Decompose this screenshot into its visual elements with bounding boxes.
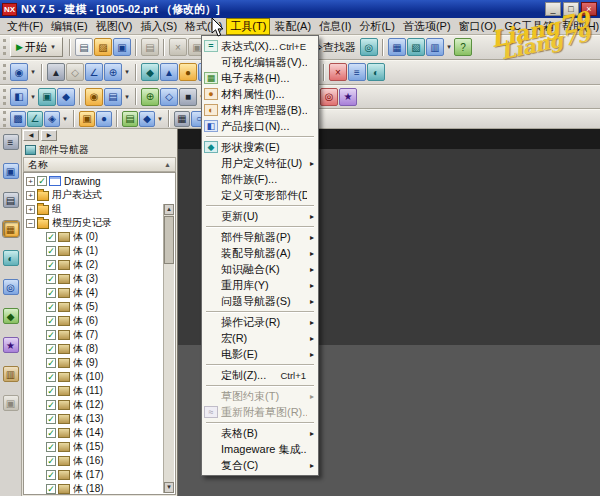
tree-item-16[interactable]: ✓体 (12) [26,398,163,412]
expand-icon[interactable]: + [26,205,35,214]
expand-icon[interactable]: + [26,191,35,200]
scrollbar-thumb[interactable] [164,216,174,264]
snap-point-icon[interactable]: ◉ [10,63,28,81]
visibility-checkbox[interactable]: ✓ [46,260,56,270]
tools-menu-item-14[interactable]: 部件导航器(P)▸ [203,229,317,245]
tree-item-1[interactable]: +用户表达式 [26,188,163,202]
tools-menu-item-27[interactable]: ≈重新附着草图(R)... [203,404,317,420]
roles-tab[interactable]: ▣ [3,395,19,411]
tools-menu-item-26[interactable]: 草图约束(T)▸ [203,388,317,404]
fit-view-icon[interactable]: ▤ [104,88,122,106]
tools-menu-item-17[interactable]: 重用库(Y)▸ [203,277,317,293]
dropdown-caret-icon[interactable]: ▾ [29,68,37,76]
menu-file[interactable]: 文件(F) [3,18,47,35]
tree-item-18[interactable]: ✓体 (14) [26,426,163,440]
tools-menu-item-12[interactable]: 更新(U)▸ [203,208,317,224]
visibility-checkbox[interactable]: ✓ [46,400,56,410]
dropdown-caret-icon[interactable]: ▾ [123,93,131,101]
shaded-view-icon[interactable]: ▣ [38,88,56,106]
chamfer-icon[interactable]: ◆ [139,111,155,127]
sort-icon[interactable]: ▲ [164,161,171,168]
wireframe-view-icon[interactable]: ◆ [57,88,75,106]
visibility-checkbox[interactable]: ✓ [46,302,56,312]
synchronous-icon[interactable]: ◎ [320,88,338,106]
visibility-checkbox[interactable]: ✓ [46,316,56,326]
tree-column-header[interactable]: 名称 ▲ [23,157,176,172]
tools-menu-item-1[interactable]: 可视化编辑器(V)... [203,54,317,70]
tile-windows-icon[interactable]: ▥ [426,38,444,56]
extrude-icon[interactable]: ⊕ [141,88,159,106]
hd3d-tools-tab[interactable]: ◎ [3,279,19,295]
tools-menu-item-0[interactable]: =表达式(X)...Ctrl+E [203,38,317,54]
visibility-checkbox[interactable]: ✓ [46,484,56,494]
tools-menu-item-21[interactable]: 宏(R)▸ [203,330,317,346]
point-constructor-icon[interactable]: ⊕ [104,63,122,81]
tools-menu-item-3[interactable]: ●材料属性(I)... [203,86,317,102]
tree-item-12[interactable]: ✓体 (8) [26,342,163,356]
collapse-right-button[interactable]: ▶ [41,130,57,141]
tree-item-0[interactable]: +✓Drawing [26,174,163,188]
sketch-profile-icon[interactable]: ◈ [44,111,60,127]
toolbar-grip[interactable] [3,64,6,80]
constraint-navigator-tab[interactable]: ▤ [3,192,19,208]
half-section-icon[interactable]: ◐ [367,63,385,81]
tools-menu-item-29[interactable]: 表格(B)▸ [203,425,317,441]
sketch-icon[interactable]: ▩ [10,111,26,127]
dropdown-caret-icon[interactable]: ▾ [61,115,69,123]
visibility-checkbox[interactable]: ✓ [46,274,56,284]
select-icon[interactable]: ▲ [47,63,65,81]
menu-assemblies[interactable]: 装配(A) [270,18,315,35]
menu-preferences[interactable]: 首选项(P) [399,18,455,35]
visibility-checkbox[interactable]: ✓ [46,414,56,424]
tree-item-10[interactable]: ✓体 (6) [26,314,163,328]
save-icon[interactable]: ▣ [113,38,131,56]
tools-menu-item-9[interactable]: 部件族(F)... [203,171,317,187]
internet-explorer-tab[interactable]: ◆ [3,308,19,324]
visibility-checkbox[interactable]: ✓ [46,428,56,438]
datum-plane-icon[interactable]: ◆ [141,63,159,81]
tools-menu-item-18[interactable]: 问题导航器(S)▸ [203,293,317,309]
menu-insert[interactable]: 插入(S) [136,18,181,35]
visibility-checkbox[interactable]: ✓ [46,246,56,256]
menu-edit[interactable]: 编辑(E) [47,18,92,35]
tools-menu-item-7[interactable]: ◆形状搜索(E) [203,139,317,155]
delete-icon[interactable]: × [329,63,347,81]
menu-view[interactable]: 视图(V) [92,18,137,35]
block-icon[interactable]: ■ [179,88,197,106]
system-materials-tab[interactable]: ▥ [3,366,19,382]
tree-item-17[interactable]: ✓体 (13) [26,412,163,426]
tree-item-11[interactable]: ✓体 (7) [26,328,163,342]
visibility-checkbox[interactable]: ✓ [46,442,56,452]
print-icon[interactable]: ▤ [141,38,159,56]
visibility-checkbox[interactable]: ✓ [37,176,47,186]
history-palette-tab[interactable]: ★ [3,337,19,353]
tools-menu-item-5[interactable]: ◧产品接口(N)... [203,118,317,134]
tree-item-5[interactable]: ✓体 (1) [26,244,163,258]
tools-menu-item-30[interactable]: Imageware 集成... [203,441,317,457]
tree-item-20[interactable]: ✓体 (16) [26,454,163,468]
toolbar-grip[interactable] [3,89,6,105]
tree-item-6[interactable]: ✓体 (2) [26,258,163,272]
move-face-icon[interactable]: ★ [339,88,357,106]
circle-icon[interactable]: ● [96,111,112,127]
command-finder-icon[interactable]: ◎ [360,38,378,56]
resource-bar-toggle-icon[interactable]: ≡ [3,134,19,150]
sphere-icon[interactable]: ● [179,63,197,81]
dropdown-caret-icon[interactable]: ▾ [445,43,453,51]
dropdown-caret-icon[interactable]: ▾ [123,68,131,76]
tree-item-15[interactable]: ✓体 (11) [26,384,163,398]
cut-icon[interactable]: × [169,38,187,56]
angle-snap-icon[interactable]: ∠ [85,63,103,81]
visibility-checkbox[interactable]: ✓ [46,344,56,354]
menu-analysis[interactable]: 分析(L) [355,18,398,35]
dimension-icon[interactable]: ▦ [174,111,190,127]
visibility-checkbox[interactable]: ✓ [46,470,56,480]
tree-item-8[interactable]: ✓体 (4) [26,286,163,300]
scroll-up-icon[interactable]: ▲ [164,204,174,215]
tree-scrollbar[interactable]: ▲ ▼ [163,204,174,493]
tools-menu-item-10[interactable]: 定义可变形部件(D)... [203,187,317,203]
visibility-checkbox[interactable]: ✓ [46,232,56,242]
reuse-library-tab[interactable]: ◐ [3,250,19,266]
tree-item-22[interactable]: ✓体 (18) [26,482,163,495]
dropdown-caret-icon[interactable]: ▾ [156,115,164,123]
